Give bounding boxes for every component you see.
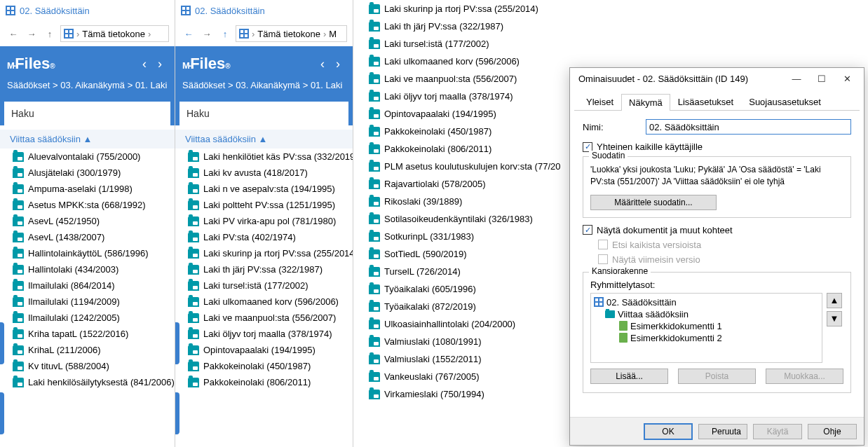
close-button[interactable]: ✕ [834,69,860,88]
list-item[interactable]: Pakkokeinolaki (450/1987) [175,358,353,374]
tab-view[interactable]: Näkymä [621,94,670,111]
list-item[interactable]: AsevL (452/1950) [0,213,175,229]
group-header[interactable]: Viittaa säädöksiin ▲ [175,130,353,149]
list-item[interactable]: Laki tursel:istä (177/2002) [353,35,561,53]
list-item[interactable]: Laki öljyv torj maalla (378/1974) [175,326,353,342]
list-item[interactable]: Opintovapaalaki (194/1995) [353,105,561,123]
list-item[interactable]: Laki kv avusta (418/2017) [175,165,353,181]
folder-icon [13,249,24,259]
list-item[interactable]: Laki ve maanpuol:sta (556/2007) [175,310,353,326]
list-item[interactable]: SotkurinpL (331/1983) [353,228,561,245]
name-input[interactable] [646,119,851,135]
list-item[interactable]: Pakkokeinolaki (450/1987) [353,123,561,140]
list-item[interactable]: Laki skurinp ja rtorj PV:ssa (255/2014) [175,245,353,261]
help-button[interactable]: Ohje [808,424,857,439]
list-item[interactable]: Hallintolaki (434/2003) [0,261,175,277]
list-item[interactable]: TurselL (726/2014) [353,263,561,280]
tree-node-doc[interactable]: Esimerkkidokumentti 1 [594,320,819,332]
list-item[interactable]: Virkamieslaki (750/1994) [353,385,561,403]
filter-description: 'Luokka' yksi joukosta 'Luku; Pykälä' JA… [590,164,843,188]
path-bar[interactable]: › Tämä tietokone › [60,25,169,42]
tree-node-folder[interactable]: Viittaa säädöksiin [594,308,819,320]
tree-node-root[interactable]: 02. Säädöksittäin [594,296,819,308]
list-item[interactable]: KrihaL (211/2006) [0,342,175,358]
show-docs-checkbox[interactable]: ✓ [583,225,592,235]
list-item[interactable]: Laki skurinp ja rtorj PV:ssa (255/2014) [353,0,561,18]
list-item[interactable]: PLM asetus koulutuskulujen korv:sta (77/… [353,158,561,175]
list-item-label: Laki tursel:istä (177/2002) [384,39,489,49]
list-item[interactable]: Työaikalaki (872/2019) [353,298,561,315]
list-item[interactable]: AsevL (1438/2007) [0,229,175,245]
folder-icon [369,57,380,67]
filter-group-title: Suodatin [589,151,628,160]
list-item[interactable]: Ampuma-aselaki (1/1998) [0,181,175,197]
list-item[interactable]: Laki tursel:istä (177/2002) [175,277,353,294]
tab-general[interactable]: Yleiset [578,93,621,110]
list-item[interactable]: Valmiuslaki (1552/2011) [353,350,561,368]
cancel-button[interactable]: Peruuta [698,424,747,439]
tab-advanced[interactable]: Lisäasetukset [670,93,742,110]
nav-forward-button[interactable]: → [24,26,39,41]
list-item[interactable]: HallintolainkäyttöL (586/1996) [0,245,175,261]
breadcrumb[interactable]: Säädökset > 03. Aikanäkymä > 01. Laki [175,77,353,97]
list-item[interactable]: Pakkokeinolaki (806/2011) [353,140,561,158]
breadcrumb[interactable]: Säädökset > 03. Aikanäkymä > 01. Laki [0,77,175,97]
path-bar[interactable]: › Tämä tietokone › M [236,25,347,42]
nav-next-button[interactable]: › [330,57,346,71]
list-item[interactable]: Laki ulkomaaned korv (596/2006) [175,294,353,310]
tree-node-doc[interactable]: Esimerkkidokumentti 2 [594,332,819,344]
move-down-button[interactable]: ▼ [827,311,842,326]
list-item[interactable]: Asetus MPKK:sta (668/1992) [0,197,175,213]
nav-prev-button[interactable]: ‹ [137,57,152,71]
list-item[interactable]: Laki poltteht PV:ssa (1251/1995) [175,197,353,213]
list-item[interactable]: Laki henkilösäilytyksestä (841/2006) [0,374,175,390]
list-item[interactable]: Sotilasoikeudenkäyntilaki (326/1983) [353,210,561,228]
list-item[interactable]: Laki ve maanpuol:sta (556/2007) [353,70,561,88]
list-item[interactable]: Ilmailulaki (864/2014) [0,277,175,294]
dialog-titlebar[interactable]: Ominaisuudet - 02. Säädöksittäin (ID 149… [570,68,864,89]
add-button[interactable]: Lisää... [590,369,668,384]
list-item-label: Ilmailulaki (1242/2005) [28,312,120,323]
define-filter-button[interactable]: Määrittele suodatin... [590,195,717,210]
list-item[interactable]: Opintovapaalaki (194/1995) [175,342,353,358]
list-item[interactable]: Pakkokeinolaki (806/2011) [175,374,353,390]
search-input[interactable] [179,102,348,125]
nav-up-button[interactable]: ↑ [217,26,233,41]
list-item[interactable]: Aluevalvontalaki (755/2000) [0,149,175,165]
nav-prev-button[interactable]: ‹ [315,57,330,71]
list-item[interactable]: SotTiedL (590/2019) [353,245,561,263]
list-item[interactable]: Laki PV:sta (402/1974) [175,229,353,245]
move-up-button[interactable]: ▲ [827,293,842,308]
minimize-button[interactable]: — [784,69,809,88]
list-item[interactable]: Rajavartiolaki (578/2005) [353,175,561,193]
search-input[interactable] [4,102,170,125]
nav-next-button[interactable]: › [152,57,168,71]
nav-forward-button[interactable]: → [199,26,215,41]
nav-back-button[interactable]: ← [181,26,196,41]
list-item[interactable]: Kv tituvL (588/2004) [0,358,175,374]
tab-security[interactable]: Suojausasetukset [741,93,829,110]
maximize-button[interactable]: ☐ [809,69,834,88]
list-item[interactable]: Laki th järj PV:ssa (322/1987) [353,18,561,35]
nav-back-button[interactable]: ← [6,26,21,41]
list-item[interactable]: Laki öljyv torj maalla (378/1974) [353,88,561,105]
ok-button[interactable]: OK [644,423,693,440]
list-item[interactable]: Työaikalaki (605/1996) [353,280,561,298]
list-item[interactable]: Ulkoasiainhallintolaki (204/2000) [353,315,561,333]
list-item-label: Vankeuslaki (767/2005) [384,371,480,382]
group-header[interactable]: Viittaa säädöksiin ▲ [0,130,175,149]
list-item[interactable]: Vankeuslaki (767/2005) [353,368,561,385]
grouping-tree[interactable]: 02. Säädöksittäin Viittaa säädöksiin Esi… [590,293,822,363]
list-item[interactable]: Laki ulkomaaned korv (596/2006) [353,53,561,70]
list-item[interactable]: Ilmailulaki (1242/2005) [0,310,175,326]
list-item[interactable]: Alusjätelaki (300/1979) [0,165,175,181]
list-item[interactable]: Ilmailulaki (1194/2009) [0,294,175,310]
nav-up-button[interactable]: ↑ [42,26,57,41]
list-item[interactable]: Rikoslaki (39/1889) [353,193,561,210]
list-item[interactable]: Laki PV virka-apu pol (781/1980) [175,213,353,229]
list-item[interactable]: Laki n ve asepalv:sta (194/1995) [175,181,353,197]
list-item[interactable]: Laki th järj PV:ssa (322/1987) [175,261,353,277]
list-item[interactable]: Laki henkilötiet käs PV:ssa (332/2019) [175,149,353,165]
list-item[interactable]: Valmiuslaki (1080/1991) [353,333,561,350]
list-item[interactable]: Kriha tapatL (1522/2016) [0,326,175,342]
